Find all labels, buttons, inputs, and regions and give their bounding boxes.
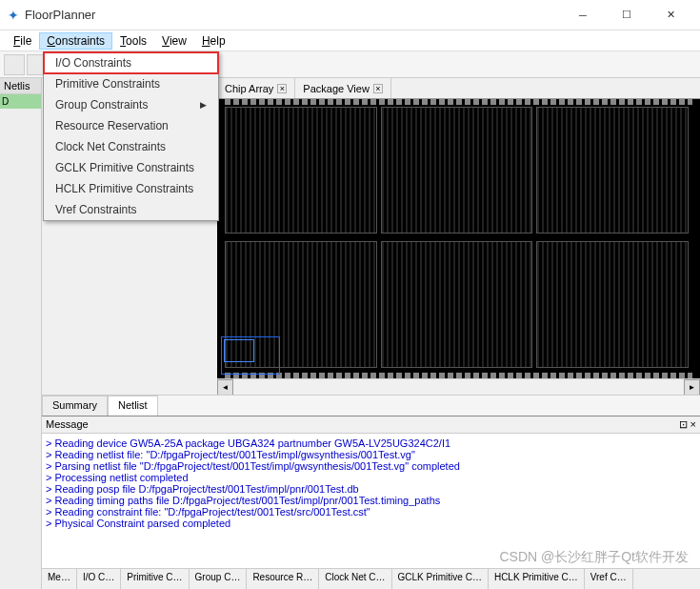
menu-file[interactable]: File xyxy=(6,32,39,50)
message-line: Reading posp file D:/fpgaProject/test/00… xyxy=(46,483,696,495)
chip-grid xyxy=(225,107,692,371)
netlist-tree-root[interactable]: D xyxy=(0,94,41,109)
tab-package-view[interactable]: Package View× xyxy=(295,78,391,98)
close-icon[interactable]: × xyxy=(277,84,287,93)
window-controls: ─ ☐ ✕ xyxy=(561,0,692,30)
window-title: FloorPlanner xyxy=(25,8,561,22)
tab-netlist[interactable]: Netlist xyxy=(108,396,158,416)
message-line: Reading netlist file: "D:/fpgaProject/te… xyxy=(46,449,696,460)
menu-io-constraints[interactable]: I/O Constraints xyxy=(44,52,218,73)
menu-resource-reservation[interactable]: Resource Reservation xyxy=(44,115,218,136)
scroll-left-button[interactable]: ◄ xyxy=(217,379,233,396)
status-tab-resource[interactable]: Resource R… xyxy=(247,569,319,589)
submenu-arrow-icon: ▶ xyxy=(200,94,207,115)
menu-group-constraints[interactable]: Group Constraints▶ xyxy=(44,94,218,115)
tab-chip-array[interactable]: Chip Array× xyxy=(217,78,295,98)
status-tab-group[interactable]: Group C… xyxy=(190,569,248,589)
titlebar: ✦ FloorPlanner ─ ☐ ✕ xyxy=(0,0,700,30)
minimap-viewport[interactable] xyxy=(224,339,254,362)
status-tab-io[interactable]: I/O C… xyxy=(77,569,121,589)
message-body[interactable]: Reading device GW5A-25A package UBGA324 … xyxy=(42,434,700,568)
message-line: Processing netlist completed xyxy=(46,472,696,483)
scroll-right-button[interactable]: ► xyxy=(684,379,700,396)
chip-canvas[interactable] xyxy=(217,99,700,378)
bottom-tabs: Summary Netlist xyxy=(42,395,700,416)
app-icon: ✦ xyxy=(8,8,19,23)
message-line: Reading device GW5A-25A package UBGA324 … xyxy=(46,437,696,449)
minimize-button[interactable]: ─ xyxy=(561,0,605,30)
message-options-icon[interactable]: ⊡ × xyxy=(679,418,696,431)
left-panel: Netlis D xyxy=(0,78,42,589)
message-line: Physical Constraint parsed completed xyxy=(46,518,696,529)
menu-hclk-primitive-constraints[interactable]: HCLK Primitive Constraints xyxy=(44,178,218,199)
close-icon[interactable]: × xyxy=(373,84,383,93)
message-panel: Message ⊡ × Reading device GW5A-25A pack… xyxy=(42,416,700,568)
toolbar-button-1[interactable] xyxy=(4,54,25,75)
menu-view[interactable]: View xyxy=(154,32,194,50)
chip-pads-top xyxy=(225,99,692,105)
menu-tools[interactable]: Tools xyxy=(112,32,154,50)
menu-primitive-constraints[interactable]: Primitive Constraints xyxy=(44,73,218,94)
message-line: Parsing netlist file "D:/fpgaProject/tes… xyxy=(46,460,696,472)
tab-summary[interactable]: Summary xyxy=(42,396,108,416)
menu-vref-constraints[interactable]: Vref Constraints xyxy=(44,199,218,220)
message-line: Reading timing paths file D:/fpgaProject… xyxy=(46,495,696,506)
horizontal-scrollbar[interactable]: ◄ ► xyxy=(217,378,700,395)
netlist-panel-label: Netlis xyxy=(0,78,41,94)
menubar: File Constraints Tools View Help xyxy=(0,30,700,51)
close-button[interactable]: ✕ xyxy=(649,0,692,30)
status-tab-hclk[interactable]: HCLK Primitive C… xyxy=(489,569,585,589)
status-tabs: Me… I/O C… Primitive C… Group C… Resourc… xyxy=(42,568,700,589)
menu-help[interactable]: Help xyxy=(194,32,233,50)
menu-clock-net-constraints[interactable]: Clock Net Constraints xyxy=(44,136,218,157)
constraints-dropdown: I/O Constraints Primitive Constraints Gr… xyxy=(43,51,219,221)
scroll-track[interactable] xyxy=(233,379,684,395)
canvas-tabs: Chip Array× Package View× xyxy=(217,78,700,99)
message-line: Reading constraint file: "D:/fpgaProject… xyxy=(46,506,696,518)
status-tab-message[interactable]: Me… xyxy=(42,569,77,589)
status-tab-primitive[interactable]: Primitive C… xyxy=(121,569,189,589)
maximize-button[interactable]: ☐ xyxy=(605,0,649,30)
chip-pads-bottom xyxy=(225,373,692,378)
menu-constraints[interactable]: Constraints xyxy=(39,32,112,50)
status-tab-vref[interactable]: Vref C… xyxy=(585,569,633,589)
status-tab-clocknet[interactable]: Clock Net C… xyxy=(319,569,391,589)
status-tab-gclk[interactable]: GCLK Primitive C… xyxy=(392,569,489,589)
message-header: Message ⊡ × xyxy=(42,416,700,434)
menu-gclk-primitive-constraints[interactable]: GCLK Primitive Constraints xyxy=(44,157,218,178)
minimap[interactable] xyxy=(221,336,280,375)
